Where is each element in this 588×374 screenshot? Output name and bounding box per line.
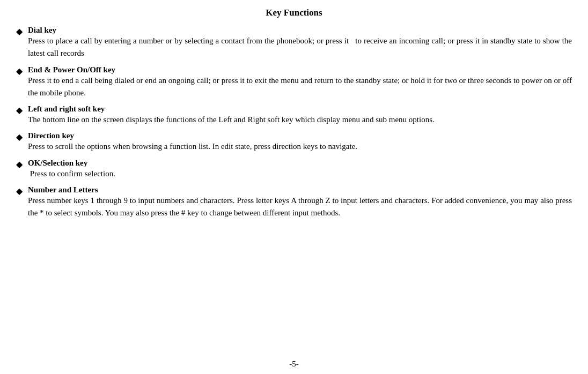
bullet-icon: ◆ <box>16 159 28 169</box>
bullet-icon: ◆ <box>16 186 28 196</box>
section-number-letters: ◆Number and LettersPress number keys 1 t… <box>16 185 572 220</box>
section-heading-line-end-power: End & Power On/Off key <box>28 65 572 74</box>
section-ok-selection: ◆OK/Selection key Press to confirm selec… <box>16 159 572 180</box>
section-body-number-letters: Press number keys 1 through 9 to input n… <box>28 195 572 220</box>
section-content-number-letters: Number and LettersPress number keys 1 th… <box>28 185 572 220</box>
section-content-dial-key: Dial keyPress to place a call by enterin… <box>28 26 572 60</box>
section-body-left-right-soft: The bottom line on the screen displays t… <box>28 114 572 126</box>
section-heading-direction-key: Direction key <box>28 131 74 140</box>
section-heading-number-letters: Number and Letters <box>28 185 98 194</box>
section-body-ok-selection: Press to confirm selection. <box>28 168 572 180</box>
section-content-direction-key: Direction keyPress to scroll the options… <box>28 131 572 153</box>
section-heading-line-ok-selection: OK/Selection key <box>28 159 572 168</box>
section-body-dial-key: Press to place a call by entering a numb… <box>28 35 572 60</box>
bullet-icon: ◆ <box>16 105 28 115</box>
page: Key Functions ◆Dial keyPress to place a … <box>0 0 588 374</box>
section-content-left-right-soft: Left and right soft keyThe bottom line o… <box>28 104 572 126</box>
section-heading-line-number-letters: Number and Letters <box>28 185 572 195</box>
bullet-icon: ◆ <box>16 66 28 76</box>
bullet-icon: ◆ <box>16 132 28 142</box>
section-heading-ok-selection: OK/Selection key <box>28 159 87 167</box>
section-body-end-power: Press it to end a call being dialed or e… <box>28 74 572 100</box>
section-content-end-power: End & Power On/Off keyPress it to end a … <box>28 65 572 100</box>
section-heading-line-left-right-soft: Left and right soft key <box>28 104 572 114</box>
page-title: Key Functions <box>16 8 572 18</box>
section-heading-end-power: End & Power On/Off key <box>28 65 115 74</box>
sections-container: ◆Dial keyPress to place a call by enteri… <box>16 26 572 219</box>
section-dial-key: ◆Dial keyPress to place a call by enteri… <box>16 26 572 60</box>
section-direction-key: ◆Direction keyPress to scroll the option… <box>16 131 572 153</box>
section-content-ok-selection: OK/Selection key Press to confirm select… <box>28 159 572 180</box>
section-heading-left-right-soft: Left and right soft key <box>28 104 105 113</box>
section-heading-line-dial-key: Dial key <box>28 26 572 35</box>
section-heading-dial-key: Dial key <box>28 26 56 34</box>
section-left-right-soft: ◆Left and right soft keyThe bottom line … <box>16 104 572 126</box>
section-heading-line-direction-key: Direction key <box>28 131 572 140</box>
bullet-icon: ◆ <box>16 26 28 36</box>
section-body-direction-key: Press to scroll the options when browsin… <box>28 140 572 153</box>
footer: -5- <box>0 360 588 369</box>
section-end-power: ◆End & Power On/Off keyPress it to end a… <box>16 65 572 100</box>
